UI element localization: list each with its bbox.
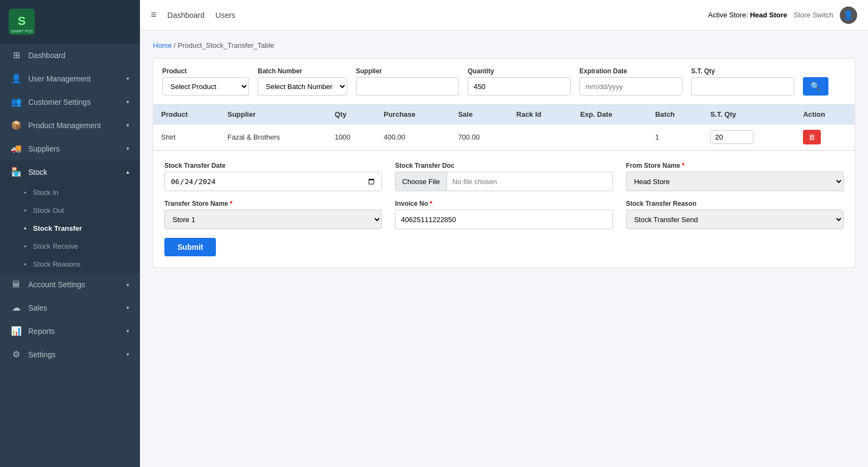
col-rack-id: Rack Id <box>509 105 573 124</box>
sidebar-item-stock-reasons[interactable]: ● Stock Reasons <box>0 255 140 273</box>
invoice-label: Invoice No * <box>395 200 612 207</box>
invoice-input[interactable] <box>395 210 612 229</box>
reason-select[interactable]: Stock Transfer Send Stock Transfer Recei… <box>626 210 844 229</box>
sidebar-item-stock-transfer[interactable]: ● Stock Transfer <box>0 219 140 237</box>
product-select[interactable]: Select Product Shirt Pants Jacket <box>162 77 249 96</box>
sidebar-item-sales[interactable]: ☁ Sales ▾ <box>0 296 140 319</box>
transfer-row-1: Stock Transfer Date Stock Transfer Doc C… <box>164 162 844 191</box>
sidebar-item-label: Stock <box>28 168 120 176</box>
hamburger-icon[interactable]: ≡ <box>151 9 157 21</box>
cell-product: Shirt <box>154 124 220 150</box>
doc-group: Stock Transfer Doc Choose File No file c… <box>395 162 612 191</box>
st-qty-input[interactable] <box>691 77 794 96</box>
choose-file-button[interactable]: Choose File <box>395 172 446 191</box>
sidebar-item-stock-in[interactable]: ● Stock In <box>0 184 140 201</box>
breadcrumb: Home / Product_Stock_Transfer_Table <box>153 41 855 49</box>
sidebar-item-product-management[interactable]: 📦 Product Management ▾ <box>0 113 140 137</box>
cell-action: 🗑 <box>795 124 854 150</box>
quantity-input[interactable] <box>468 77 571 96</box>
dashboard-icon: ⊞ <box>11 50 22 60</box>
transfer-form: Stock Transfer Date Stock Transfer Doc C… <box>153 151 855 268</box>
transfer-store-select[interactable]: Store 1 Store 2 Head Store <box>164 210 382 229</box>
delete-row-button[interactable]: 🗑 <box>803 130 821 144</box>
dot-icon: ● <box>24 244 27 249</box>
avatar[interactable]: 👤 <box>840 7 857 24</box>
reason-group: Stock Transfer Reason Stock Transfer Sen… <box>626 200 844 229</box>
topbar: ≡ Dashboard Users Active Store: Head Sto… <box>140 0 868 30</box>
main-content: ≡ Dashboard Users Active Store: Head Sto… <box>140 0 868 467</box>
dot-icon: ● <box>24 208 27 213</box>
chevron-icon: ▾ <box>126 282 129 288</box>
sidebar-item-dashboard[interactable]: ⊞ Dashboard <box>0 43 140 67</box>
cell-st-qty[interactable] <box>703 124 795 150</box>
col-exp-date: Exp. Date <box>572 105 647 124</box>
expiration-input[interactable] <box>579 77 682 96</box>
svg-text:S: S <box>18 14 26 28</box>
col-qty: Qty <box>327 105 376 124</box>
st-qty-label: S.T. Qty <box>691 67 794 75</box>
file-input-wrapper: Choose File No file chosen <box>395 172 612 191</box>
topbar-nav-users[interactable]: Users <box>215 11 235 20</box>
sidebar-item-label: Reports <box>28 327 120 336</box>
sidebar-item-suppliers[interactable]: 🚚 Suppliers ▾ <box>0 137 140 160</box>
sidebar-item-user-management[interactable]: 👤 User Management ▾ <box>0 67 140 90</box>
chevron-icon: ▾ <box>126 146 129 152</box>
sidebar-item-reports[interactable]: 📊 Reports ▾ <box>0 319 140 343</box>
sidebar-item-label: Suppliers <box>28 144 120 153</box>
product-filter-form: Product Select Product Shirt Pants Jacke… <box>153 58 855 104</box>
chevron-icon: ▴ <box>126 169 129 175</box>
account-icon: 🏛 <box>11 280 22 289</box>
from-store-select[interactable]: Head Store Store 1 Store 2 <box>626 172 844 191</box>
reports-icon: 📊 <box>11 326 22 336</box>
row-st-qty-input[interactable] <box>710 130 754 144</box>
sidebar-item-settings[interactable]: ⚙ Settings ▾ <box>0 343 140 366</box>
store-switch-link[interactable]: Store Switch <box>794 11 833 19</box>
sidebar-item-label: Settings <box>28 350 120 359</box>
stock-icon: 🏪 <box>11 167 22 177</box>
topbar-nav-dashboard[interactable]: Dashboard <box>168 11 205 20</box>
quantity-group: Quantity <box>468 67 571 96</box>
product-label: Product <box>162 67 249 75</box>
expiration-group: Expiration Date <box>579 67 682 96</box>
batch-label: Batch Number <box>258 67 347 75</box>
table-body: Shirt Fazal & Brothers 1000 400.00 700.0… <box>154 124 854 150</box>
sidebar-item-stock[interactable]: 🏪 Stock ▴ <box>0 160 140 184</box>
submit-button[interactable]: Submit <box>164 238 216 256</box>
col-supplier: Supplier <box>220 105 327 124</box>
sidebar-item-customer-settings[interactable]: 👥 Customer Settings ▾ <box>0 90 140 113</box>
st-qty-group: S.T. Qty <box>691 67 794 96</box>
supplier-input[interactable] <box>356 77 459 96</box>
user-icon: 👤 <box>11 73 22 84</box>
svg-text:SMART POS: SMART POS <box>11 29 33 33</box>
page-content: Home / Product_Stock_Transfer_Table Prod… <box>140 30 868 467</box>
active-store-name: Head Store <box>750 11 787 19</box>
col-purchase: Purchase <box>376 105 450 124</box>
chevron-icon: ▾ <box>126 328 129 334</box>
settings-icon: ⚙ <box>11 349 22 359</box>
search-button[interactable]: 🔍 <box>803 77 828 96</box>
suppliers-icon: 🚚 <box>11 143 22 154</box>
batch-select[interactable]: Select Batch Number 1 2 <box>258 77 347 96</box>
supplier-label: Supplier <box>356 67 459 75</box>
breadcrumb-home[interactable]: Home <box>153 41 172 49</box>
col-sale: Sale <box>450 105 508 124</box>
col-action: Action <box>795 105 854 124</box>
stock-table: Product Supplier Qty Purchase Sale Rack … <box>154 105 854 150</box>
breadcrumb-separator: / <box>174 41 177 49</box>
sidebar-item-stock-out[interactable]: ● Stock Out <box>0 201 140 219</box>
sales-icon: ☁ <box>11 302 22 313</box>
cell-sale: 700.00 <box>450 124 508 150</box>
sidebar-subitem-label: Stock Reasons <box>33 260 80 268</box>
col-st-qty: S.T. Qty <box>703 105 795 124</box>
cell-rack-id <box>509 124 573 150</box>
sidebar-item-stock-receive[interactable]: ● Stock Receive <box>0 237 140 255</box>
sidebar-item-label: Dashboard <box>28 51 129 60</box>
table-header: Product Supplier Qty Purchase Sale Rack … <box>154 105 854 124</box>
sidebar-subitem-label: Stock Receive <box>33 242 78 250</box>
sidebar-subitem-label: Stock Out <box>33 206 64 214</box>
sidebar-item-label: Account Settings <box>28 280 120 289</box>
batch-group: Batch Number Select Batch Number 1 2 <box>258 67 347 96</box>
customers-icon: 👥 <box>11 97 22 107</box>
date-input[interactable] <box>164 172 382 191</box>
sidebar-item-account-settings[interactable]: 🏛 Account Settings ▾ <box>0 273 140 296</box>
